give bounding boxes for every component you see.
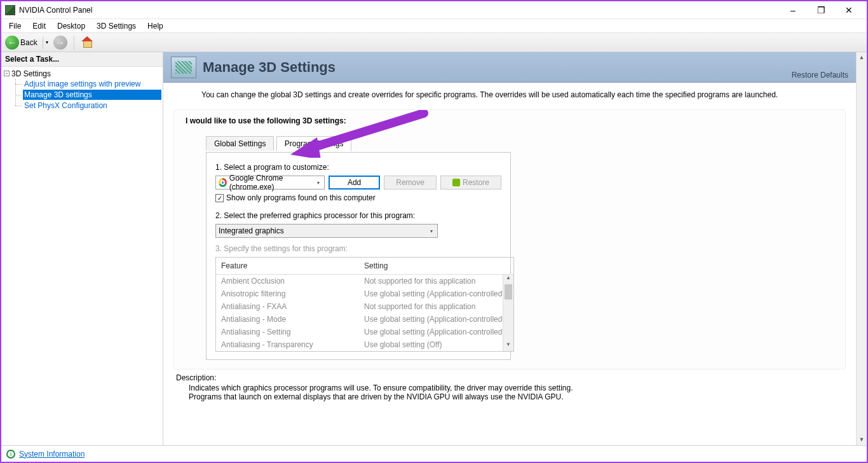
- step1-label: 1. Select a program to customize:: [215, 163, 501, 172]
- settings-card: I would like to use the following 3D set…: [173, 109, 846, 370]
- step2-label: 2. Select the preferred graphics process…: [215, 211, 501, 220]
- close-button[interactable]: ✕: [835, 1, 863, 19]
- tree-item-adjust-image[interactable]: Adjust image settings with preview: [23, 79, 161, 89]
- page-header-icon: [171, 57, 196, 78]
- toolbar-separator: [74, 36, 74, 50]
- card-title: I would like to use the following 3D set…: [186, 116, 834, 125]
- app-icon: [5, 5, 15, 15]
- scroll-thumb[interactable]: [505, 284, 512, 300]
- menu-file[interactable]: File: [4, 20, 26, 32]
- table-row[interactable]: Antialiasing - Transparency Use global s…: [216, 338, 513, 351]
- column-feature[interactable]: Feature: [216, 258, 359, 274]
- menu-3d-settings[interactable]: 3D Settings: [92, 20, 141, 32]
- gpu-select[interactable]: Integrated graphics ▾: [215, 224, 438, 238]
- program-select[interactable]: Google Chrome (chrome.exe) ▾: [215, 176, 325, 190]
- task-tree: - 3D Settings Adjust image settings with…: [1, 67, 163, 445]
- show-only-found-label: Show only programs found on this compute…: [226, 193, 376, 202]
- restore-button: Restore: [440, 176, 501, 190]
- table-row[interactable]: Antialiasing - Setting Use global settin…: [216, 326, 513, 338]
- menu-help[interactable]: Help: [142, 20, 168, 32]
- scroll-up-icon[interactable]: ▲: [857, 52, 867, 63]
- menu-desktop[interactable]: Desktop: [52, 20, 90, 32]
- chevron-down-icon: ▾: [313, 176, 324, 189]
- show-only-found-checkbox[interactable]: ✓: [215, 194, 224, 202]
- window-title: NVIDIA Control Panel: [19, 6, 92, 15]
- menu-edit[interactable]: Edit: [27, 20, 51, 32]
- scroll-up-icon[interactable]: ▲: [503, 275, 513, 284]
- column-setting[interactable]: Setting: [359, 258, 513, 274]
- sidebar: Select a Task... - 3D Settings Adjust im…: [1, 52, 163, 445]
- system-information-link[interactable]: System Information: [19, 450, 85, 459]
- tabstrip: Global Settings Program Settings: [206, 135, 834, 152]
- description-line1: Indicates which graphics processor progr…: [189, 384, 843, 392]
- chrome-icon: [219, 178, 227, 187]
- table-row[interactable]: Anisotropic filtering Use global setting…: [216, 287, 513, 300]
- table-row[interactable]: Antialiasing - Mode Use global setting (…: [216, 313, 513, 326]
- restore-defaults-link[interactable]: Restore Defaults: [792, 71, 848, 82]
- nvidia-icon: [452, 179, 460, 186]
- program-select-value: Google Chrome (chrome.exe): [229, 174, 322, 191]
- page-header: Manage 3D Settings Restore Defaults: [163, 52, 856, 83]
- settings-table-body: Ambient Occlusion Not supported for this…: [216, 275, 513, 351]
- tree-collapse-icon[interactable]: -: [4, 71, 10, 76]
- table-row[interactable]: Antialiasing - FXAA Not supported for th…: [216, 300, 513, 313]
- maximize-button[interactable]: ❐: [807, 1, 835, 19]
- table-scrollbar[interactable]: ▲ ▼: [503, 275, 513, 351]
- statusbar: i System Information: [1, 445, 867, 462]
- scroll-down-icon[interactable]: ▼: [857, 434, 867, 445]
- tab-panel-program-settings: 1. Select a program to customize: Google…: [206, 152, 511, 360]
- tab-program-settings[interactable]: Program Settings: [276, 136, 352, 151]
- description-title: Description:: [176, 373, 843, 382]
- back-button[interactable]: ← Back: [5, 36, 40, 50]
- description-line2: Programs that launch on external display…: [189, 392, 843, 401]
- restore-button-label: Restore: [463, 178, 489, 187]
- description-block: Description: Indicates which graphics pr…: [176, 373, 843, 401]
- back-label: Back: [20, 38, 37, 47]
- menubar: File Edit Desktop 3D Settings Help: [1, 19, 867, 33]
- remove-button: Remove: [384, 176, 437, 190]
- main-panel: Manage 3D Settings Restore Defaults You …: [163, 52, 867, 445]
- intro-text: You can change the global 3D settings an…: [163, 83, 856, 102]
- add-button[interactable]: Add: [329, 176, 380, 190]
- tree-item-physx[interactable]: Set PhysX Configuration: [23, 100, 161, 111]
- gpu-select-value: Integrated graphics: [219, 226, 284, 235]
- tab-global-settings[interactable]: Global Settings: [206, 136, 274, 151]
- page-title: Manage 3D Settings: [203, 59, 792, 76]
- select-task-header: Select a Task...: [1, 52, 163, 67]
- toolbar: ← Back ▾ →: [1, 33, 867, 52]
- forward-button[interactable]: →: [53, 36, 67, 50]
- tree-item-manage-3d[interactable]: Manage 3D settings: [23, 90, 161, 100]
- step3-label: 3. Specify the settings for this program…: [215, 244, 501, 253]
- settings-table: Feature Setting Ambient Occlusion Not su…: [215, 257, 514, 352]
- back-history-dropdown[interactable]: ▾: [43, 36, 51, 49]
- minimize-button[interactable]: –: [779, 1, 807, 19]
- table-row[interactable]: Ambient Occlusion Not supported for this…: [216, 275, 513, 287]
- info-icon: i: [6, 450, 15, 459]
- chevron-down-icon: ▾: [426, 225, 437, 237]
- scroll-down-icon[interactable]: ▼: [503, 342, 513, 351]
- tree-root-3d-settings[interactable]: 3D Settings: [11, 69, 51, 78]
- home-icon[interactable]: [81, 36, 93, 49]
- titlebar: NVIDIA Control Panel – ❐ ✕: [1, 1, 867, 19]
- main-scrollbar[interactable]: ▲ ▼: [856, 52, 867, 445]
